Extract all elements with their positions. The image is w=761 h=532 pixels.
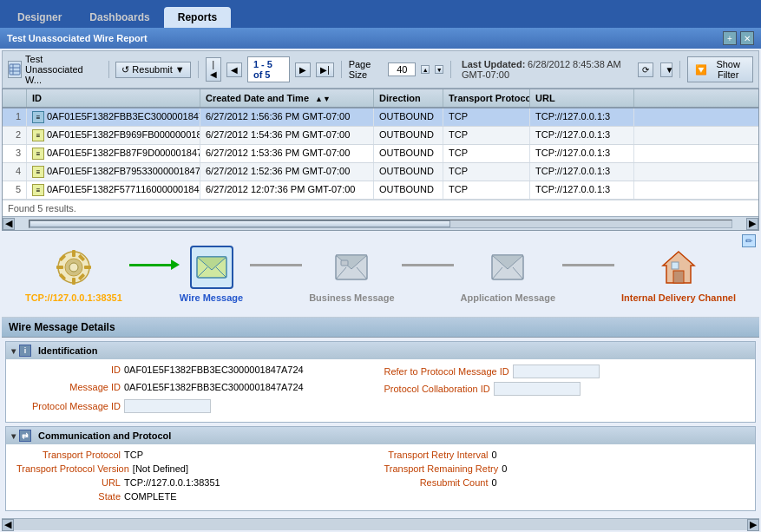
refresh-button[interactable]: ⟳ [638,62,653,77]
svg-rect-9 [56,266,63,269]
row-url: TCP://127.0.0.1:3 [530,127,634,144]
last-page-button[interactable]: ▶| [316,62,334,77]
transport-protocol-value: TCP [124,450,377,460]
separator-3 [341,61,342,78]
row-url: TCP://127.0.0.1:3 [530,163,634,181]
collapse-identification-icon[interactable]: ▾ [11,346,16,356]
protocol-msg-label: Protocol Message ID [16,401,121,411]
grid-body: 1 ≡0AF01E5F1382FBB3EC3000001847A724 6/27… [3,108,758,200]
id-row: ID 0AF01E5F1382FBB3EC3000001847A724 Refe… [16,365,745,378]
resubmit-label: Resubmit [132,64,172,75]
page-size-up[interactable]: ▲ [421,65,430,74]
tab-dashboards[interactable]: Dashboards [75,7,163,28]
add-button[interactable]: + [723,31,737,45]
horizontal-scrollbar[interactable]: ◀ ▶ [3,216,758,230]
transport-protocol-row: Transport Protocol TCP Transport Retry I… [16,450,745,460]
section-communication: ▾ ⇄ Communication and Protocol Transport… [5,426,756,511]
col-header-id[interactable]: ID [27,89,200,107]
separator-1 [108,61,109,78]
tab-reports[interactable]: Reports [164,7,231,28]
col-header-transport[interactable]: Transport Protocol/Version [443,89,530,107]
transport-remaining-value: 0 [502,463,745,474]
content-area: Test Unassociated W... ↺ Resubmit ▼ |◀ ◀… [0,49,761,532]
table-row[interactable]: 3 ≡0AF01E5F1382FB87F9D000001847A6F4 6/27… [3,145,758,163]
svg-rect-0 [10,64,20,75]
svg-rect-8 [72,278,75,285]
table-row[interactable]: 2 ≡0AF01E5F1382FB969FB00000001847A70C 6/… [3,127,758,145]
grid-icon [8,61,22,78]
bottom-scroll-left-btn[interactable]: ◀ [2,519,14,531]
show-filter-label: Show Filter [711,59,745,80]
col-header-created[interactable]: Created Date and Time ▲▼ [200,89,374,107]
svg-rect-10 [84,266,91,269]
business-message-icon [330,246,373,289]
separator-4 [450,61,451,78]
scroll-left-btn[interactable]: ◀ [3,218,15,230]
id-label: ID [16,365,121,375]
resubmit-count-value: 0 [492,477,745,488]
first-page-button[interactable]: |◀ [206,57,221,82]
row-direction: OUTBOUND [374,127,443,144]
state-row: State COMPLETE [16,491,745,502]
flow-connector-1 [129,264,173,266]
bottom-scroll-track[interactable] [26,521,735,529]
scroll-right-btn[interactable]: ▶ [746,218,758,230]
resubmit-dropdown-icon: ▼ [175,64,185,75]
next-page-button[interactable]: ▶ [295,62,311,77]
section-identification-header[interactable]: ▾ i Identification [6,342,755,359]
row-url: TCP://127.0.0.1:3 [530,108,634,126]
section-communication-header[interactable]: ▾ ⇄ Communication and Protocol [6,427,755,444]
row-num: 1 [3,108,27,126]
row-status-icon: ≡ [32,129,44,141]
col-header-num [3,89,27,107]
flow-item-application[interactable]: Application Message [461,246,555,303]
transport-retry-value: 0 [492,450,745,460]
resubmit-button[interactable]: ↺ Resubmit ▼ [115,62,190,78]
col-header-direction[interactable]: Direction [374,89,443,107]
edit-icon[interactable]: ✏ [742,234,756,247]
resubmit-count-right: Resubmit Count 0 [384,477,745,488]
bottom-scroll-right-btn[interactable]: ▶ [747,519,759,531]
scroll-thumb[interactable] [30,220,450,227]
flow-item-wire[interactable]: Wire Message [180,246,243,303]
scroll-track[interactable] [29,220,732,228]
row-direction: OUTBOUND [374,181,443,199]
row-created: 6/27/2012 1:53:36 PM GMT-07:00 [200,145,374,162]
table-row[interactable]: 4 ≡0AF01E5F1382FB79533000001847A6DA 6/27… [3,163,758,181]
col-header-url[interactable]: URL [530,89,634,107]
page-size-down[interactable]: ▼ [435,65,443,74]
titlebar-controls: + ✕ [723,31,754,45]
refresh-dropdown[interactable]: ▼ [660,62,672,77]
row-created: 6/27/2012 1:52:36 PM GMT-07:00 [200,163,374,181]
flow-connector-3 [402,264,454,266]
table-row[interactable]: 1 ≡0AF01E5F1382FBB3EC3000001847A724 6/27… [3,108,758,127]
application-message-icon [486,246,529,289]
flow-item-delivery[interactable]: Internal Delivery Channel [621,246,736,303]
row-num: 4 [3,163,27,181]
communication-icon: ⇄ [19,430,31,442]
row-num: 2 [3,127,27,144]
flow-item-business[interactable]: Business Message [309,246,394,303]
svg-rect-30 [672,262,679,269]
details-title: Wire Message Details [2,318,759,338]
close-button[interactable]: ✕ [740,31,754,45]
section-identification-body: ID 0AF01E5F1382FBB3EC3000001847A724 Refe… [6,359,755,422]
show-filter-button[interactable]: 🔽 Show Filter [687,56,753,82]
transport-version-left: Transport Protocol Version [Not Defined] [16,463,377,474]
details-scroll[interactable]: ▾ i Identification ID 0AF01E5F1382FBB3EC… [2,338,759,518]
flow-label-tcp: TCP://127.0.0.1:38351 [25,292,122,303]
top-nav: Designer Dashboards Reports [0,0,761,28]
row-id: ≡0AF01E5F1382FB79533000001847A6DA [27,163,200,181]
bottom-scrollbar[interactable]: ◀ ▶ [2,518,759,530]
toolbar: Test Unassociated W... ↺ Resubmit ▼ |◀ ◀… [2,50,759,89]
process-flow: TCP://127.0.0.1:38351 [2,231,759,318]
row-transport: TCP [443,127,530,144]
flow-item-tcp[interactable]: TCP://127.0.0.1:38351 [25,246,122,303]
collapse-communication-icon[interactable]: ▾ [11,431,16,441]
page-size-input[interactable] [388,62,416,76]
prev-page-button[interactable]: ◀ [226,62,242,77]
tab-designer[interactable]: Designer [3,7,75,28]
table-row[interactable]: 5 ≡0AF01E5F1382F5771160000001847A6A0 6/2… [3,181,758,200]
row-status-icon: ≡ [32,184,44,196]
envelope-icon [190,246,233,289]
